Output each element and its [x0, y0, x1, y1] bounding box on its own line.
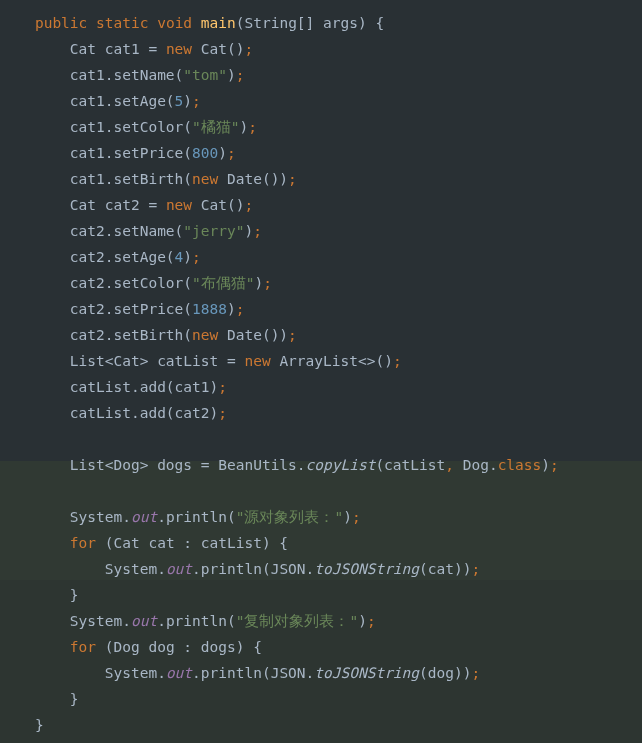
string-literal: "tom" [183, 67, 227, 83]
code-text: List<Cat> catList = [70, 353, 245, 369]
field-out: out [166, 665, 192, 681]
code-editor[interactable]: public static void main(String[] args) {… [0, 0, 642, 738]
code-text: (Dog dog : dogs) { [96, 639, 262, 655]
brace: } [70, 691, 79, 707]
code-text: cat1.setAge( [70, 93, 175, 109]
method-call: toJSONString [314, 665, 419, 681]
semicolon: ; [192, 249, 201, 265]
semicolon: ; [244, 41, 253, 57]
code-text: cat1.setPrice( [70, 145, 192, 161]
string-literal: "布偶猫" [192, 275, 254, 291]
code-text: catList.add(cat1) [70, 379, 218, 395]
semicolon: ; [248, 119, 257, 135]
code-text: Cat cat1 = [70, 41, 166, 57]
code-text: ) [343, 509, 352, 525]
code-text: (cat)) [419, 561, 471, 577]
code-text: cat2.setPrice( [70, 301, 192, 317]
string-literal: "橘猫" [192, 119, 239, 135]
code-text: ) [183, 249, 192, 265]
code-text: (dog)) [419, 665, 471, 681]
keyword-static: static [96, 15, 148, 31]
semicolon: ; [367, 613, 376, 629]
code-text: System. [70, 509, 131, 525]
code-text: ) [244, 223, 253, 239]
semicolon: ; [218, 405, 227, 421]
code-text: (catList [375, 457, 445, 473]
code-text: ) [541, 457, 550, 473]
keyword-public: public [35, 15, 87, 31]
code-text: Cat() [192, 197, 244, 213]
code-text: ) [358, 613, 367, 629]
code-text: Cat() [192, 41, 244, 57]
code-text: Date()) [218, 171, 288, 187]
code-text: cat1.setColor( [70, 119, 192, 135]
code-text: ) [218, 145, 227, 161]
method-call: toJSONString [314, 561, 419, 577]
code-text: Cat cat2 = [70, 197, 166, 213]
code-text: (Cat cat : catList) { [96, 535, 288, 551]
code-text: cat2.setColor( [70, 275, 192, 291]
semicolon: ; [227, 145, 236, 161]
number-literal: 800 [192, 145, 218, 161]
semicolon: ; [393, 353, 402, 369]
comma: , [445, 457, 454, 473]
code-text: List<Dog> dogs = BeanUtils. [70, 457, 306, 473]
code-text: ) [227, 67, 236, 83]
keyword-for: for [70, 535, 96, 551]
code-text: cat2.setName( [70, 223, 184, 239]
semicolon: ; [192, 93, 201, 109]
keyword-void: void [157, 15, 192, 31]
code-text: ) [227, 301, 236, 317]
number-literal: 1888 [192, 301, 227, 317]
code-text: catList.add(cat2) [70, 405, 218, 421]
code-text: .println( [157, 509, 236, 525]
code-text: Dog. [454, 457, 498, 473]
semicolon: ; [244, 197, 253, 213]
code-text: cat2.setAge( [70, 249, 175, 265]
code-text: ArrayList<>() [271, 353, 393, 369]
field-out: out [166, 561, 192, 577]
code-text: ) [240, 119, 249, 135]
code-text: cat2.setBirth( [70, 327, 192, 343]
code-text: System. [105, 665, 166, 681]
brace: } [70, 587, 79, 603]
code-text: cat1.setName( [70, 67, 184, 83]
semicolon: ; [263, 275, 272, 291]
keyword-class: class [498, 457, 542, 473]
sig-args: (String[] args) { [236, 15, 384, 31]
code-text: System. [105, 561, 166, 577]
code-text: System. [70, 613, 131, 629]
keyword-new: new [166, 41, 192, 57]
semicolon: ; [236, 301, 245, 317]
field-out: out [131, 613, 157, 629]
semicolon: ; [236, 67, 245, 83]
semicolon: ; [471, 561, 480, 577]
keyword-new: new [192, 327, 218, 343]
code-text: .println(JSON. [192, 665, 314, 681]
string-literal: "源对象列表：" [236, 509, 343, 525]
code-text: Date()) [218, 327, 288, 343]
method-call: copyList [306, 457, 376, 473]
field-out: out [131, 509, 157, 525]
code-text: .println( [157, 613, 236, 629]
semicolon: ; [218, 379, 227, 395]
semicolon: ; [352, 509, 361, 525]
keyword-for: for [70, 639, 96, 655]
semicolon: ; [253, 223, 262, 239]
semicolon: ; [471, 665, 480, 681]
code-text: ) [255, 275, 264, 291]
semicolon: ; [288, 171, 297, 187]
keyword-new: new [244, 353, 270, 369]
code-text: .println(JSON. [192, 561, 314, 577]
code-text: cat1.setBirth( [70, 171, 192, 187]
string-literal: "jerry" [183, 223, 244, 239]
code-text: ) [183, 93, 192, 109]
string-literal: "复制对象列表：" [236, 613, 358, 629]
keyword-new: new [192, 171, 218, 187]
brace: } [35, 717, 44, 733]
semicolon: ; [288, 327, 297, 343]
method-main: main [201, 15, 236, 31]
keyword-new: new [166, 197, 192, 213]
semicolon: ; [550, 457, 559, 473]
